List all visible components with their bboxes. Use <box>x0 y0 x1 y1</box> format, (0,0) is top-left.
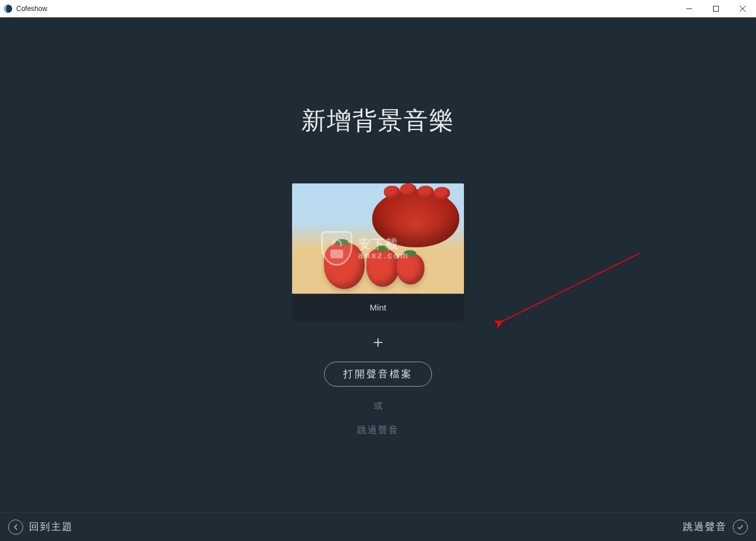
content-area: 新增背景音樂 安下載 anxz.com <box>0 17 756 512</box>
maximize-button[interactable] <box>703 0 729 17</box>
annotation-arrow <box>495 247 646 329</box>
app-body: 新增背景音樂 安下載 anxz.com <box>0 17 756 541</box>
minimize-button[interactable] <box>676 0 703 17</box>
back-to-themes-button[interactable]: 回到主題 <box>8 520 73 535</box>
svg-rect-2 <box>714 6 719 11</box>
music-caption: Mint <box>292 294 464 321</box>
music-track-card[interactable]: 安下載 anxz.com Mint <box>292 183 464 321</box>
app-icon <box>3 4 13 13</box>
skip-label: 跳過聲音 <box>683 520 727 533</box>
window-controls <box>676 0 756 17</box>
app-title: Cofeshow <box>16 5 47 13</box>
footer-bar: 回到主題 跳過聲音 <box>0 512 756 541</box>
open-sound-button[interactable]: 打開聲音檔案 <box>324 362 432 387</box>
skip-sound-link[interactable]: 跳過聲音 <box>357 424 399 437</box>
skip-sound-button[interactable]: 跳過聲音 <box>683 520 748 535</box>
titlebar-left: Cofeshow <box>3 4 47 13</box>
back-arrow-icon <box>8 520 23 535</box>
plus-icon: ＋ <box>370 334 386 350</box>
check-circle-icon <box>733 520 748 535</box>
music-thumbnail: 安下載 anxz.com <box>292 183 464 294</box>
close-button[interactable] <box>729 0 756 17</box>
svg-line-5 <box>502 253 640 322</box>
back-label: 回到主題 <box>29 520 73 533</box>
window-titlebar: Cofeshow <box>0 0 756 17</box>
page-title: 新增背景音樂 <box>301 104 455 137</box>
or-label: 或 <box>374 401 383 412</box>
